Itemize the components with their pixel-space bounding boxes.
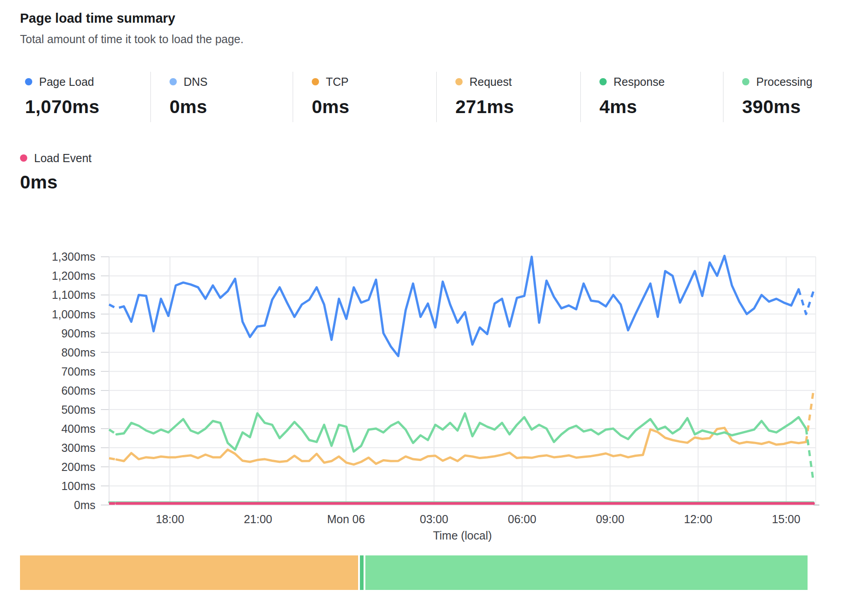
bar-segment-response-share — [360, 555, 364, 590]
legend-label: Request — [469, 75, 512, 89]
svg-text:1,100ms: 1,100ms — [52, 288, 95, 301]
svg-text:12:00: 12:00 — [684, 513, 713, 525]
page-subtitle: Total amount of time it took to load the… — [20, 33, 244, 46]
svg-text:900ms: 900ms — [61, 327, 95, 340]
legend-value: 390ms — [742, 96, 859, 118]
legend-value: 271ms — [455, 96, 580, 118]
legend-value: 0ms — [170, 96, 293, 118]
svg-text:400ms: 400ms — [61, 422, 95, 435]
svg-text:Mon 06: Mon 06 — [327, 513, 365, 525]
legend-label: Processing — [756, 75, 813, 89]
legend-label: TCP — [326, 75, 349, 89]
legend-dot-request — [455, 78, 463, 85]
svg-text:300ms: 300ms — [61, 441, 95, 454]
svg-text:500ms: 500ms — [61, 403, 95, 416]
page-title: Page load time summary — [20, 11, 175, 26]
timing-breakdown-bar — [20, 555, 808, 590]
legend-item-dns[interactable]: DNS0ms — [150, 72, 293, 122]
svg-text:600ms: 600ms — [61, 384, 95, 397]
svg-text:06:00: 06:00 — [508, 513, 537, 525]
svg-text:700ms: 700ms — [61, 365, 95, 378]
legend-dot-load-event — [20, 154, 27, 162]
legend-item-request[interactable]: Request271ms — [436, 72, 580, 122]
svg-text:15:00: 15:00 — [772, 513, 801, 525]
bar-segment-request-share — [20, 555, 358, 590]
legend-dot-processing — [742, 78, 749, 85]
legend-label: Response — [614, 75, 665, 89]
svg-text:1,200ms: 1,200ms — [52, 269, 95, 282]
svg-text:21:00: 21:00 — [244, 513, 272, 525]
legend-value: 0ms — [20, 172, 92, 193]
bar-segment-processing-share — [365, 555, 808, 590]
legend-item-load-event[interactable]: Load Event 0ms — [20, 150, 92, 193]
svg-text:Time (local): Time (local) — [433, 529, 492, 542]
svg-text:1,000ms: 1,000ms — [52, 308, 95, 321]
legend-dot-response — [599, 78, 607, 85]
legend-value: 1,070ms — [25, 96, 150, 118]
legend-dot-dns — [170, 78, 177, 85]
legend-item-processing[interactable]: Processing390ms — [723, 72, 859, 122]
legend-item-tcp[interactable]: TCP0ms — [293, 72, 436, 122]
svg-text:18:00: 18:00 — [156, 513, 185, 525]
legend-dot-tcp — [312, 78, 319, 85]
svg-text:0ms: 0ms — [74, 499, 95, 511]
legend-label: Load Event — [34, 152, 92, 165]
legend-dot-page-load — [25, 78, 32, 85]
legend-value: 4ms — [599, 96, 723, 118]
legend-label: Page Load — [39, 75, 94, 89]
svg-text:03:00: 03:00 — [420, 513, 449, 525]
svg-text:1,300ms: 1,300ms — [52, 250, 95, 263]
legend-item-page-load[interactable]: Page Load1,070ms — [20, 72, 150, 122]
svg-text:09:00: 09:00 — [596, 513, 624, 525]
svg-text:100ms: 100ms — [61, 480, 95, 492]
legend-value: 0ms — [312, 96, 436, 118]
svg-text:800ms: 800ms — [61, 346, 95, 359]
metrics-legend-row: Page Load1,070msDNS0msTCP0msRequest271ms… — [20, 72, 859, 122]
legend-item-response[interactable]: Response4ms — [580, 72, 723, 122]
page-load-summary-panel: Page load time summary Total amount of t… — [0, 0, 868, 614]
legend-label: DNS — [184, 75, 208, 89]
svg-text:200ms: 200ms — [61, 460, 95, 473]
